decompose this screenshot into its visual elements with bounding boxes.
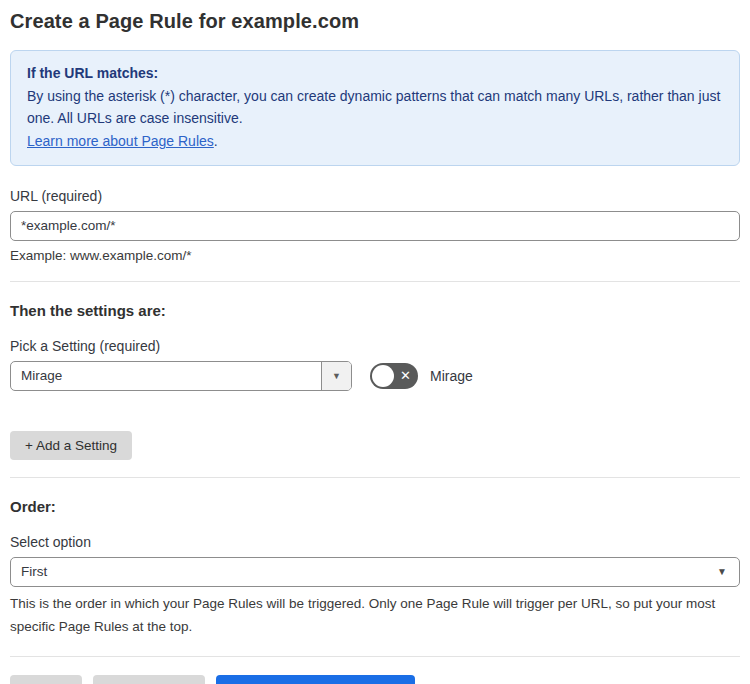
divider <box>10 656 740 657</box>
divider <box>10 477 740 478</box>
url-input[interactable] <box>10 211 740 241</box>
info-box-body: By using the asterisk (*) character, you… <box>27 85 723 130</box>
link-period: . <box>214 133 218 149</box>
chevron-down-icon: ▼ <box>717 566 727 577</box>
mirage-toggle[interactable]: ✕ <box>370 363 418 389</box>
mirage-toggle-label: Mirage <box>430 368 473 384</box>
save-and-deploy-button[interactable]: Save and Deploy Page Rule <box>216 675 416 684</box>
learn-more-link[interactable]: Learn more about Page Rules <box>27 133 214 149</box>
page-title: Create a Page Rule for example.com <box>10 10 740 33</box>
cancel-button[interactable]: Cancel <box>10 675 82 684</box>
order-select-label: Select option <box>10 534 740 550</box>
order-select[interactable]: First ▼ <box>10 557 740 587</box>
pick-setting-label: Pick a Setting (required) <box>10 338 740 354</box>
setting-dropdown[interactable]: Mirage ▼ <box>10 361 352 391</box>
footer-actions: Cancel Save as Draft Save and Deploy Pag… <box>10 675 740 684</box>
toggle-knob <box>372 365 394 387</box>
info-box-heading: If the URL matches: <box>27 62 723 85</box>
settings-section-heading: Then the settings are: <box>10 302 740 319</box>
setting-dropdown-arrow-button[interactable]: ▼ <box>321 362 351 390</box>
url-field-label: URL (required) <box>10 188 740 204</box>
toggle-off-x-icon: ✕ <box>400 363 411 389</box>
mirage-toggle-group: ✕ Mirage <box>370 363 473 389</box>
chevron-down-icon: ▼ <box>332 371 341 381</box>
save-as-draft-button[interactable]: Save as Draft <box>93 675 205 684</box>
setting-row: Mirage ▼ ✕ Mirage <box>10 361 740 391</box>
add-setting-button[interactable]: + Add a Setting <box>10 431 132 460</box>
divider <box>10 281 740 282</box>
order-select-value: First <box>21 564 47 579</box>
url-match-info-box: If the URL matches: By using the asteris… <box>10 50 740 166</box>
url-field-helper: Example: www.example.com/* <box>10 248 740 263</box>
order-helper-text: This is the order in which your Page Rul… <box>10 593 740 639</box>
order-section-heading: Order: <box>10 498 740 515</box>
setting-dropdown-value: Mirage <box>11 362 321 390</box>
info-box-link-line: Learn more about Page Rules. <box>27 130 723 153</box>
